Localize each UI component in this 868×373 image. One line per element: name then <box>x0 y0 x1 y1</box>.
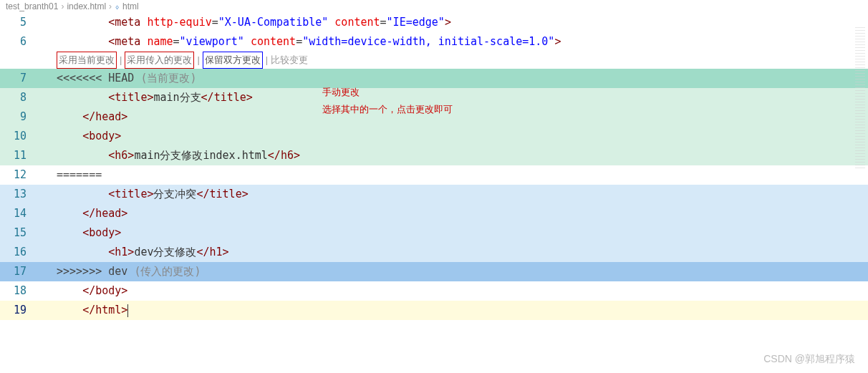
line-number: 8 <box>0 88 39 107</box>
code-line[interactable]: <body> <box>39 127 868 146</box>
accept-both-button[interactable]: 保留双方更改 <box>203 52 263 69</box>
compare-changes-button[interactable]: 比较变更 <box>271 52 308 68</box>
line-number: 10 <box>0 127 39 146</box>
breadcrumb-file[interactable]: index.html <box>67 1 106 11</box>
code-editor[interactable]: 5 <meta http-equiv="X-UA-Compatible" con… <box>0 13 868 320</box>
breadcrumb-folder[interactable]: test_branth01 <box>6 1 58 11</box>
line-number: 16 <box>0 243 39 262</box>
conflict-separator[interactable]: ======= <box>39 165 868 185</box>
code-line[interactable]: <title>main分支</title> <box>39 88 868 107</box>
line-number: 5 <box>0 13 39 32</box>
code-line[interactable]: </head> <box>39 107 868 127</box>
line-number: 13 <box>0 185 39 204</box>
line-number: 9 <box>0 107 39 127</box>
line-number: 15 <box>0 223 39 243</box>
line-number: 12 <box>0 165 39 185</box>
line-number: 6 <box>0 32 39 52</box>
line-number: 17 <box>0 262 39 281</box>
line-number: 18 <box>0 281 39 301</box>
merge-codelens: 采用当前更改 | 采用传入的更改 | 保留双方更改 | 比较变更 <box>39 52 308 69</box>
chevron-right-icon: › <box>61 1 64 11</box>
code-line[interactable]: <h1>dev分支修改</h1> <box>39 243 868 262</box>
watermark: CSDN @郭旭程序猿 <box>763 353 855 366</box>
code-line[interactable]: <meta name="viewport" content="width=dev… <box>39 32 868 52</box>
conflict-tail-marker[interactable]: >>>>>>> dev (传入的更改) <box>39 262 868 281</box>
chevron-right-icon: › <box>109 1 112 11</box>
accept-current-button[interactable]: 采用当前更改 <box>57 52 117 69</box>
code-line[interactable]: </html> <box>39 301 868 320</box>
conflict-head-marker[interactable]: <<<<<<< HEAD (当前更改) <box>39 69 868 88</box>
text-cursor <box>127 304 128 317</box>
breadcrumb-symbol[interactable]: html <box>122 1 139 11</box>
line-number: 11 <box>0 146 39 165</box>
line-number: 19 <box>0 301 39 320</box>
html-symbol-icon: ⬨ <box>115 1 120 11</box>
code-line[interactable]: </body> <box>39 281 868 301</box>
code-line[interactable]: <body> <box>39 223 868 243</box>
line-number: 14 <box>0 204 39 223</box>
code-line[interactable]: <h6>main分支修改index.html</h6> <box>39 146 868 165</box>
code-line[interactable]: </head> <box>39 204 868 223</box>
code-line[interactable]: <meta http-equiv="X-UA-Compatible" conte… <box>39 13 868 32</box>
breadcrumb[interactable]: test_branth01 › index.html › ⬨ html <box>0 0 868 13</box>
minimap[interactable] <box>855 27 865 170</box>
accept-incoming-button[interactable]: 采用传入的更改 <box>125 52 194 69</box>
line-number: 7 <box>0 69 39 88</box>
code-line[interactable]: <title>分支冲突</title> <box>39 185 868 204</box>
